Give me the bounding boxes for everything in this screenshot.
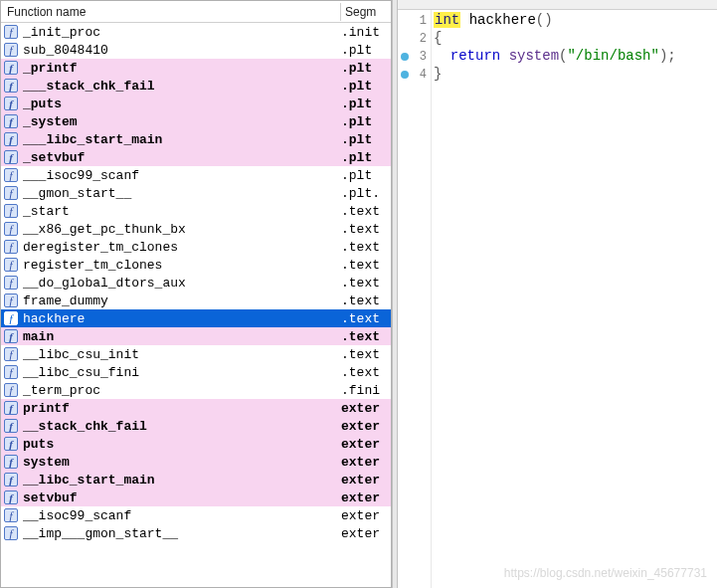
- function-row[interactable]: f ___libc_start_main.plt: [1, 130, 391, 148]
- function-name: ___libc_start_main: [21, 132, 341, 147]
- function-row[interactable]: f printfexter: [1, 399, 391, 417]
- function-name: sub_8048410: [21, 43, 341, 58]
- line-number: 4: [420, 68, 427, 82]
- function-icon: f: [3, 418, 19, 434]
- function-segment: .plt: [341, 168, 391, 183]
- code-line[interactable]: int hackhere(): [434, 12, 717, 30]
- function-row[interactable]: f _puts.plt: [1, 95, 391, 112]
- function-row[interactable]: f __libc_start_mainexter: [1, 471, 391, 489]
- col-header-segment[interactable]: Segm: [341, 3, 391, 21]
- breakpoint-marker[interactable]: [401, 53, 409, 61]
- function-row[interactable]: f register_tm_clones.text: [1, 256, 391, 274]
- function-name: __do_global_dtors_aux: [21, 276, 341, 291]
- function-row[interactable]: f __isoc99_scanfexter: [1, 506, 391, 524]
- function-row[interactable]: f setvbufexter: [1, 489, 391, 506]
- function-segment: .text: [341, 222, 391, 237]
- function-segment: exter: [341, 437, 391, 452]
- function-name: _start: [21, 204, 341, 219]
- function-name: hackhere: [21, 311, 341, 326]
- function-icon: f: [3, 167, 19, 183]
- function-icon: f: [3, 113, 19, 129]
- gutter-line[interactable]: 2: [398, 30, 431, 48]
- code-token: [434, 48, 450, 64]
- functions-list[interactable]: f _init_proc.init f sub_8048410.plt f _p…: [1, 23, 391, 587]
- function-segment: .init: [341, 25, 391, 40]
- function-row[interactable]: f _term_proc.fini: [1, 381, 391, 399]
- function-row[interactable]: f main.text: [1, 327, 391, 345]
- function-icon: f: [3, 490, 19, 505]
- function-icon: f: [3, 221, 19, 237]
- function-icon: f: [3, 436, 19, 452]
- function-row[interactable]: f _printf.plt: [1, 59, 391, 77]
- function-segment: .text: [341, 240, 391, 255]
- functions-header: Function name Segm: [1, 1, 391, 23]
- function-icon: f: [3, 24, 19, 40]
- function-name: ___stack_chk_fail: [21, 79, 341, 94]
- function-segment: .text: [341, 365, 391, 380]
- function-name: main: [21, 329, 341, 344]
- code-token: "/bin/bash": [567, 48, 658, 64]
- code-token: {: [434, 30, 442, 46]
- function-icon: f: [3, 382, 19, 398]
- function-row[interactable]: f __x86_get_pc_thunk_bx.text: [1, 220, 391, 238]
- function-row[interactable]: f _setvbuf.plt: [1, 148, 391, 166]
- function-row[interactable]: f __do_global_dtors_aux.text: [1, 274, 391, 292]
- code-token: hackhere: [469, 12, 536, 28]
- function-segment: .plt: [341, 114, 391, 129]
- function-row[interactable]: f __imp___gmon_start__exter: [1, 524, 391, 542]
- function-row[interactable]: f frame_dummy.text: [1, 292, 391, 309]
- function-segment: .text: [341, 294, 391, 308]
- function-name: printf: [21, 401, 341, 416]
- code-token: [460, 12, 468, 28]
- function-name: _init_proc: [21, 25, 341, 40]
- function-row[interactable]: f _init_proc.init: [1, 23, 391, 41]
- code-area: 1234 int hackhere(){ return system("/bin…: [398, 10, 717, 588]
- function-row[interactable]: f _start.text: [1, 202, 391, 220]
- code-token: );: [659, 48, 676, 64]
- function-segment: .plt: [341, 150, 391, 165]
- function-row[interactable]: f __libc_csu_fini.text: [1, 363, 391, 381]
- code-line[interactable]: return system("/bin/bash");: [434, 48, 717, 66]
- function-row[interactable]: f systemexter: [1, 453, 391, 471]
- function-name: setvbuf: [21, 490, 341, 505]
- code-token: (): [536, 12, 553, 28]
- function-name: __x86_get_pc_thunk_bx: [21, 222, 341, 237]
- function-icon: f: [3, 400, 19, 416]
- code-line[interactable]: {: [434, 30, 717, 48]
- function-name: register_tm_clones: [21, 258, 341, 273]
- code-gutter[interactable]: 1234: [398, 10, 432, 588]
- function-row[interactable]: f deregister_tm_clones.text: [1, 238, 391, 256]
- function-segment: .text: [341, 329, 391, 344]
- function-icon: f: [3, 454, 19, 470]
- function-row[interactable]: f __gmon_start__.plt.: [1, 184, 391, 202]
- code-line[interactable]: }: [434, 66, 717, 84]
- function-segment: .text: [341, 311, 391, 326]
- line-number: 1: [420, 14, 427, 28]
- function-row[interactable]: f __libc_csu_init.text: [1, 345, 391, 363]
- code-tab-strip[interactable]: [398, 0, 717, 10]
- breakpoint-marker[interactable]: [401, 71, 409, 79]
- code-token: system: [509, 48, 559, 64]
- function-row[interactable]: f hackhere.text: [1, 309, 391, 327]
- function-row[interactable]: f ___isoc99_scanf.plt: [1, 166, 391, 184]
- function-row[interactable]: f _system.plt: [1, 112, 391, 130]
- function-segment: exter: [341, 490, 391, 505]
- function-icon: f: [3, 78, 19, 94]
- function-row[interactable]: f putsexter: [1, 435, 391, 453]
- code-lines[interactable]: int hackhere(){ return system("/bin/bash…: [432, 10, 717, 588]
- code-token: return: [450, 48, 500, 64]
- function-row[interactable]: f __stack_chk_failexter: [1, 417, 391, 435]
- gutter-line[interactable]: 1: [398, 12, 431, 30]
- function-name: system: [21, 455, 341, 470]
- function-name: _term_proc: [21, 383, 341, 398]
- function-segment: exter: [341, 401, 391, 416]
- function-icon: f: [3, 310, 19, 326]
- gutter-line[interactable]: 4: [398, 66, 431, 84]
- function-segment: .text: [341, 276, 391, 291]
- gutter-line[interactable]: 3: [398, 48, 431, 66]
- function-icon: f: [3, 275, 19, 291]
- col-header-name[interactable]: Function name: [1, 3, 341, 21]
- function-name: __libc_start_main: [21, 473, 341, 488]
- function-row[interactable]: f sub_8048410.plt: [1, 41, 391, 59]
- function-row[interactable]: f ___stack_chk_fail.plt: [1, 77, 391, 95]
